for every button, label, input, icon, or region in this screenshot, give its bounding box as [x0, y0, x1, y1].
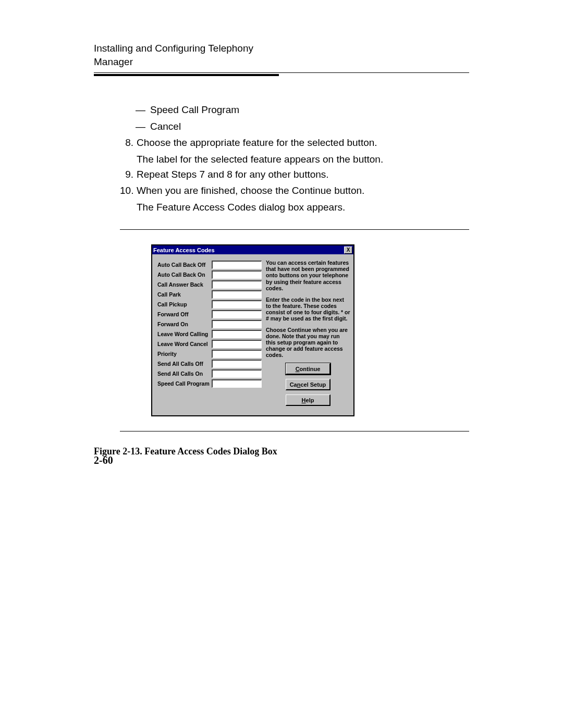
feature-row: Forward Off [157, 309, 262, 319]
feature-label: Speed Call Program [157, 380, 212, 387]
figure-top-rule [120, 229, 469, 230]
dialog-help-text: You can access certain features that hav… [262, 260, 350, 410]
feature-row: Auto Call Back On [157, 269, 262, 279]
feature-code-input[interactable] [212, 360, 262, 368]
section-header: Installing and Configuring Telephony Man… [94, 42, 279, 72]
close-icon: X [347, 247, 350, 253]
help-button[interactable]: Help [286, 394, 331, 406]
feature-label: Send All Calls Off [157, 361, 212, 367]
dialog-titlebar: Feature Access Codes X [152, 245, 353, 254]
header-thick-rule [94, 74, 279, 76]
feature-code-input[interactable] [212, 290, 262, 299]
em-dash-icon: — [136, 119, 150, 134]
help-paragraph: You can access certain features that hav… [266, 260, 350, 291]
step-9: 9.Repeat Steps 7 and 8 for any other but… [120, 167, 469, 182]
figure-bottom-rule [120, 431, 469, 431]
feature-label: Auto Call Back On [157, 272, 212, 278]
list-item: —Cancel [136, 119, 469, 134]
feature-code-input[interactable] [212, 300, 262, 309]
feature-row: Send All Calls Off [157, 359, 262, 368]
feature-code-input[interactable] [212, 330, 262, 338]
feature-row: Speed Call Program [157, 378, 262, 388]
feature-row: Send All Calls On [157, 368, 262, 378]
section-header-line2: Manager [94, 56, 133, 67]
em-dash-icon: — [136, 102, 150, 117]
help-paragraph: Choose Continue when you are done. Note … [266, 327, 350, 358]
cancel-setup-button[interactable]: Cancel Setup [286, 379, 331, 390]
feature-label: Forward On [157, 321, 212, 327]
feature-code-list: Auto Call Back Off Auto Call Back On Cal… [157, 260, 262, 410]
feature-label: Priority [157, 351, 212, 357]
feature-code-input[interactable] [212, 350, 262, 358]
feature-label: Call Park [157, 291, 212, 298]
feature-label: Auto Call Back Off [157, 262, 212, 268]
feature-code-input[interactable] [212, 280, 262, 289]
section-header-line1: Installing and Configuring Telephony [94, 43, 253, 54]
feature-row: Call Park [157, 289, 262, 299]
feature-code-input[interactable] [212, 340, 262, 348]
feature-code-input[interactable] [212, 369, 262, 378]
step-10: 10.When you are finished, choose the Con… [120, 183, 469, 198]
feature-code-input[interactable] [212, 310, 262, 318]
feature-row: Leave Word Cancel [157, 339, 262, 349]
feature-label: Call Answer Back [157, 281, 212, 288]
feature-row: Call Answer Back [157, 279, 262, 289]
feature-label: Forward Off [157, 311, 212, 317]
feature-label: Send All Calls On [157, 371, 212, 377]
feature-label: Call Pickup [157, 301, 212, 307]
continue-button[interactable]: Continue [286, 363, 331, 375]
feature-access-codes-dialog: Feature Access Codes X Auto Call Back Of… [151, 244, 354, 416]
header-thin-rule [94, 72, 469, 73]
feature-row: Leave Word Calling [157, 329, 262, 339]
figure-caption: Figure 2-13. Feature Access Codes Dialog… [94, 446, 469, 457]
feature-label: Leave Word Cancel [157, 341, 212, 347]
feature-row: Call Pickup [157, 299, 262, 309]
feature-code-input[interactable] [212, 261, 262, 269]
step-8: 8.Choose the appropriate feature for the… [120, 135, 469, 150]
step-10-sub: The Feature Access Codes dialog box appe… [137, 200, 469, 215]
close-button[interactable]: X [344, 246, 352, 254]
dialog-title: Feature Access Codes [153, 247, 344, 253]
feature-code-input[interactable] [212, 379, 262, 388]
feature-label: Leave Word Calling [157, 331, 212, 337]
feature-row: Forward On [157, 319, 262, 329]
feature-code-input[interactable] [212, 270, 262, 279]
list-item: —Speed Call Program [136, 102, 469, 117]
feature-code-input[interactable] [212, 320, 262, 328]
help-paragraph: Enter the code in the box next to the fe… [266, 297, 350, 322]
step-8-sub: The label for the selected feature appea… [137, 152, 469, 167]
feature-row: Priority [157, 349, 262, 359]
feature-row: Auto Call Back Off [157, 260, 262, 269]
page-number: 2-60 [94, 454, 113, 466]
